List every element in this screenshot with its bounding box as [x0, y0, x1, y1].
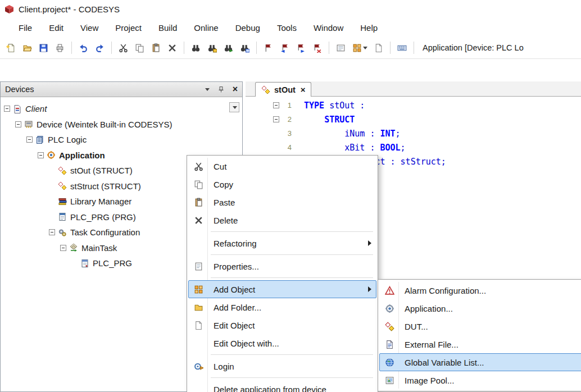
menu-item-cut[interactable]: Cut [188, 157, 376, 175]
tree-item-client[interactable]: Client [1, 101, 242, 117]
submenu-item-global-variable-list[interactable]: Global Variable List... [379, 353, 581, 371]
dropdown-arrow-icon [233, 106, 237, 109]
task-configuration-icon [57, 228, 67, 237]
next-bookmark-icon [296, 43, 306, 53]
project-icon [12, 104, 22, 113]
code-line[interactable]: 4 xBit : BOOL; [246, 140, 581, 154]
undo-icon [79, 43, 88, 53]
panel-menu-arrow-icon[interactable] [205, 88, 210, 91]
menu-help[interactable]: Help [352, 18, 386, 37]
collapse-icon[interactable] [15, 121, 21, 127]
devices-panel-header[interactable]: Devices × [1, 82, 242, 97]
keyboard-shortcuts-button[interactable] [394, 40, 410, 56]
redo-icon [95, 43, 105, 53]
menu-separator [211, 277, 373, 278]
toggle-bookmark-button[interactable] [261, 40, 276, 56]
menu-view[interactable]: View [72, 18, 107, 37]
new-file-button[interactable] [3, 40, 19, 56]
find-button[interactable] [188, 40, 203, 56]
new-item-button[interactable] [371, 40, 386, 56]
submenu-item-alarm-configuration[interactable]: Alarm Configuration... [379, 281, 581, 299]
tab-stout[interactable]: stOut × [255, 82, 311, 97]
add-object-dropdown-button[interactable] [349, 40, 370, 56]
delete-icon [194, 216, 203, 225]
find-replace-button[interactable] [205, 40, 220, 56]
global-variable-list-icon [385, 358, 394, 367]
menu-item-add-folder[interactable]: Add Folder... [188, 298, 376, 316]
alarm-configuration-icon [385, 286, 394, 295]
undo-button[interactable] [76, 40, 91, 56]
application-icon [46, 151, 56, 159]
dut-icon [385, 322, 394, 331]
cut-button[interactable] [116, 40, 131, 56]
tree-filter-dropdown[interactable] [229, 102, 239, 112]
active-application-scope[interactable]: Application [Device: PLC Lo [423, 43, 524, 52]
collapse-icon[interactable] [60, 245, 66, 251]
submenu-item-image-pool[interactable]: Image Pool... [379, 371, 581, 389]
library-icon [57, 197, 67, 206]
toolbar-separator [329, 42, 329, 54]
collapse-icon[interactable] [38, 152, 44, 158]
fold-collapse-icon[interactable] [273, 116, 279, 122]
menu-item-edit-object-with[interactable]: Edit Object with... [188, 334, 376, 352]
devices-panel-title: Devices [5, 85, 34, 94]
submenu-arrow-icon [368, 286, 371, 292]
submenu-item-application[interactable]: Application... [379, 299, 581, 317]
menu-online[interactable]: Online [185, 18, 226, 37]
previous-bookmark-button[interactable] [277, 40, 292, 56]
next-bookmark-button[interactable] [293, 40, 308, 56]
pin-icon[interactable] [217, 86, 225, 93]
close-icon[interactable]: × [233, 85, 238, 94]
menu-item-delete-application-from-device[interactable]: Delete application from device [188, 380, 376, 392]
codesys-cube-icon [4, 4, 14, 14]
menu-item-delete[interactable]: Delete [188, 211, 376, 229]
submenu-item-external-file[interactable]: External File... [379, 335, 581, 353]
save-button[interactable] [36, 40, 51, 56]
tab-label: stOut [274, 85, 296, 94]
redo-button[interactable] [92, 40, 107, 56]
tab-close-icon[interactable]: × [301, 85, 306, 94]
menu-file[interactable]: File [10, 18, 40, 37]
replace-in-project-button[interactable] [237, 40, 252, 56]
paste-button[interactable] [148, 40, 164, 56]
task-icon [69, 243, 79, 252]
menu-build[interactable]: Build [150, 18, 185, 37]
collapse-icon[interactable] [4, 106, 10, 112]
menu-tools[interactable]: Tools [269, 18, 305, 37]
collapse-icon[interactable] [26, 136, 33, 143]
clear-bookmarks-button[interactable] [310, 40, 325, 56]
menu-separator [211, 231, 373, 232]
menu-project[interactable]: Project [107, 18, 150, 37]
submenu-item-dut[interactable]: DUT... [379, 317, 581, 335]
print-button[interactable] [52, 40, 67, 56]
find-replace-icon [207, 43, 217, 53]
code-line[interactable]: 1 TYPE stOut : [246, 98, 581, 112]
menu-item-refactoring[interactable]: Refactoring [188, 234, 376, 252]
find-in-project-button[interactable] [221, 40, 236, 56]
toolbar-separator [390, 42, 391, 54]
collapse-icon[interactable] [49, 229, 55, 235]
menu-item-copy[interactable]: Copy [188, 175, 376, 193]
code-line[interactable]: 3 iNum : INT; [246, 126, 581, 140]
fold-collapse-icon[interactable] [273, 102, 279, 108]
menu-separator [211, 377, 373, 378]
code-line[interactable]: 2 STRUCT [246, 112, 581, 126]
menu-item-add-object[interactable]: Add Object [188, 280, 376, 298]
open-project-button[interactable] [20, 40, 35, 56]
copy-button[interactable] [132, 40, 147, 56]
menu-item-login[interactable]: Login [188, 357, 376, 375]
menu-item-properties[interactable]: Properties... [188, 257, 376, 275]
cut-icon [194, 162, 203, 171]
tree-item-plc-logic[interactable]: PLC Logic [1, 132, 242, 148]
menu-item-paste[interactable]: Paste [188, 193, 376, 211]
menu-window[interactable]: Window [305, 18, 352, 37]
tree-item-device[interactable]: Device (Weintek Built-in CODESYS) [1, 117, 242, 133]
menu-edit[interactable]: Edit [40, 18, 72, 37]
menu-item-edit-object[interactable]: Edit Object [188, 316, 376, 334]
export-button[interactable] [333, 40, 348, 56]
toolbar-separator [184, 42, 184, 54]
delete-button[interactable] [165, 40, 180, 56]
toolbar-separator [414, 42, 414, 54]
plc-logic-icon [35, 135, 45, 144]
menu-debug[interactable]: Debug [227, 18, 269, 37]
